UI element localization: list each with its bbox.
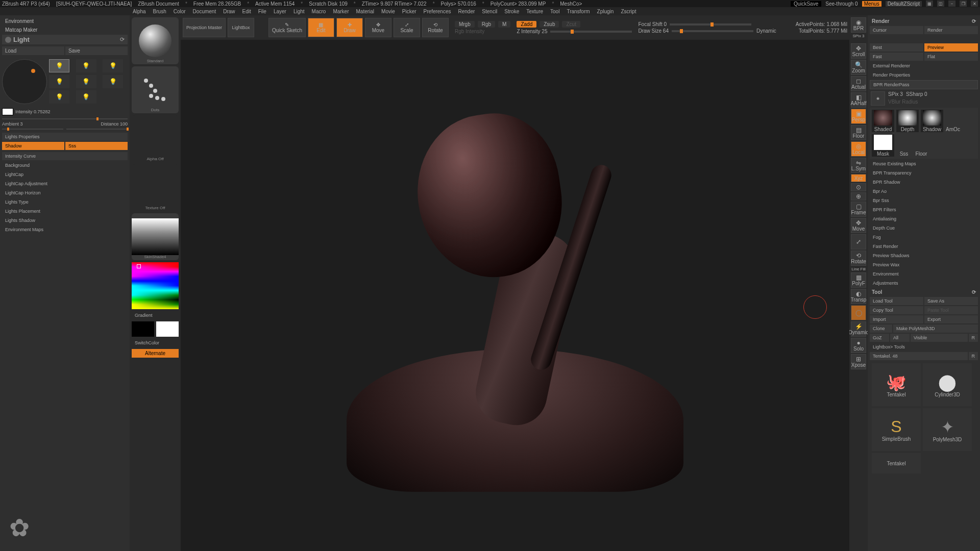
external-renderer[interactable]: External Renderer [870,62,978,70]
zintensity-slider[interactable] [550,31,632,33]
light-slot[interactable]: 💡 [49,75,69,88]
mrgb-toggle[interactable]: Mrgb [455,21,475,28]
viewport[interactable] [181,40,849,551]
goz-all-button[interactable]: All [890,334,910,342]
left-section[interactable]: LightCap Horizon [2,189,128,197]
menu-item[interactable]: Movie [381,9,395,14]
bpr-icon[interactable]: ◉ [871,91,885,106]
lightbox-tools[interactable]: Lightbox> Tools [870,343,978,351]
light-color-swatch[interactable] [2,108,13,115]
toggle-button[interactable]: ⊙ [851,183,866,191]
menu-item[interactable]: Stencil [482,9,497,14]
rp-section[interactable]: Fast Render [870,242,978,251]
quicksave-button[interactable]: QuickSave [791,1,821,7]
move-button[interactable]: ✥Move [365,18,391,37]
solo-button[interactable]: ●Solo [851,338,866,353]
left-section[interactable]: Lights Shadow [2,216,128,224]
rp-section[interactable]: Environment [870,270,978,278]
light-direction-widget[interactable] [2,59,47,104]
rp-section[interactable]: Depth Cue [870,224,978,232]
render-properties[interactable]: Render Properties [870,71,978,79]
bpr-button[interactable]: ◉BPR [851,17,866,33]
reload-icon[interactable]: ⟳ [972,18,976,24]
move-nav-button[interactable]: ✥Move [851,218,866,233]
rp-section[interactable]: Fog [870,233,978,241]
tool-palette-header[interactable]: Tool⟳ [870,288,978,296]
stroke-tile[interactable]: Dots [132,66,179,113]
tool-thumb[interactable]: ⬤Cylinder3D [923,363,972,406]
scale-button[interactable]: ⤢Scale [394,18,420,37]
best-button[interactable]: Best [870,43,923,52]
xpose-button[interactable]: ⊞Xpose [851,354,866,369]
bpr-renderpass-header[interactable]: BPR RenderPass [870,80,978,89]
aahalf-button[interactable]: ◧AAHalf [851,92,866,108]
clone-button[interactable]: Clone [870,324,892,333]
color-secondary[interactable] [132,321,154,337]
alternate-button[interactable]: Alternate [132,349,179,358]
menu-item[interactable]: Stroke [504,9,519,14]
light-header[interactable]: Light ⟳ [2,35,128,44]
left-section[interactable]: LightCap Adjustment [2,180,128,188]
brush-tile[interactable]: Standard [132,17,179,64]
ghost-button[interactable]: ◯ [851,305,866,320]
scroll-button[interactable]: ✥Scroll [851,43,866,59]
goz-r-button[interactable]: R [969,334,978,342]
pass-sss[interactable]: Sss [896,134,912,157]
pass-shadow[interactable]: Shadow [921,110,943,132]
light-slot[interactable]: 💡 [49,59,69,72]
left-section[interactable]: Environment Maps [2,226,128,234]
grid-icon[interactable]: ▦ [926,1,933,7]
distance-slider[interactable] [66,129,128,130]
persp-button[interactable]: ▣Persp [851,109,866,124]
rp-section[interactable]: Preview Shadows [870,252,978,260]
left-section[interactable]: Background [2,161,128,169]
left-section[interactable]: Lights Type [2,198,128,206]
current-tool[interactable]: Tentakel. 48 [870,352,968,360]
switch-color[interactable]: SwitchColor [132,339,179,347]
menu-item[interactable]: Brush [153,9,166,14]
min-icon[interactable]: − [948,1,955,7]
rp-section[interactable]: Preview Wax [870,261,978,269]
menu-item[interactable]: Alpha [133,9,146,14]
menu-item[interactable]: Color [174,9,186,14]
menu-item[interactable]: Layer [274,9,286,14]
tool-thumb[interactable]: Tentakel [872,453,921,473]
floor-button[interactable]: ▤Floor [851,125,866,140]
import-button[interactable]: Import [870,315,923,323]
menu-item[interactable]: Marker [333,9,349,14]
menu-item[interactable]: Render [458,9,475,14]
intensity-curve[interactable]: Intensity Curve [2,152,128,160]
rp-section[interactable]: BPR Shadow [870,178,978,186]
lightbox-button[interactable]: LightBox [228,18,254,37]
menu-item[interactable]: Zplugin [597,9,614,14]
restore-icon[interactable]: ❐ [960,1,967,7]
rp-section[interactable]: Antialiasing [870,215,978,223]
menu-item[interactable]: Light [293,9,305,14]
load-tool-button[interactable]: Load Tool [870,297,923,305]
color-primary[interactable] [156,321,179,337]
zsub-toggle[interactable]: Zsub [540,21,559,28]
tool-thumb[interactable]: 🐙Tentakel [872,363,921,406]
texture-tile[interactable]: Texture Off [132,164,179,211]
paste-tool-button[interactable]: Paste Tool [924,306,978,314]
reload-icon[interactable]: ⟳ [120,36,125,43]
actual-button[interactable]: ◻Actual [851,76,866,91]
polyf-button[interactable]: ▦PolyF [851,272,866,288]
menu-item[interactable]: Document [193,9,216,14]
menu-item[interactable]: Texture [526,9,543,14]
dynamic-button[interactable]: ⚡Dynamic [851,321,866,337]
lights-properties-header[interactable]: Lights Properties [2,133,128,141]
light-slot[interactable]: 💡 [103,59,123,72]
environment-section[interactable]: Environment [2,17,128,25]
pass-shaded[interactable]: Shaded [872,110,894,132]
zadd-toggle[interactable]: Zadd [517,21,536,28]
transp-button[interactable]: ◐Transp [851,289,866,304]
rotate-nav-button[interactable]: ⟲Rotate [851,251,866,266]
rp-section[interactable]: BPR Transparency [870,169,978,177]
lsym-button[interactable]: ⇋L.Sym [851,158,866,173]
light-slot[interactable]: 💡 [49,90,69,104]
rp-section[interactable]: Bpr Ao [870,187,978,195]
menu-item[interactable]: Zscript [621,9,636,14]
light-slot[interactable]: 💡 [76,75,96,88]
focal-slider[interactable] [670,23,751,26]
